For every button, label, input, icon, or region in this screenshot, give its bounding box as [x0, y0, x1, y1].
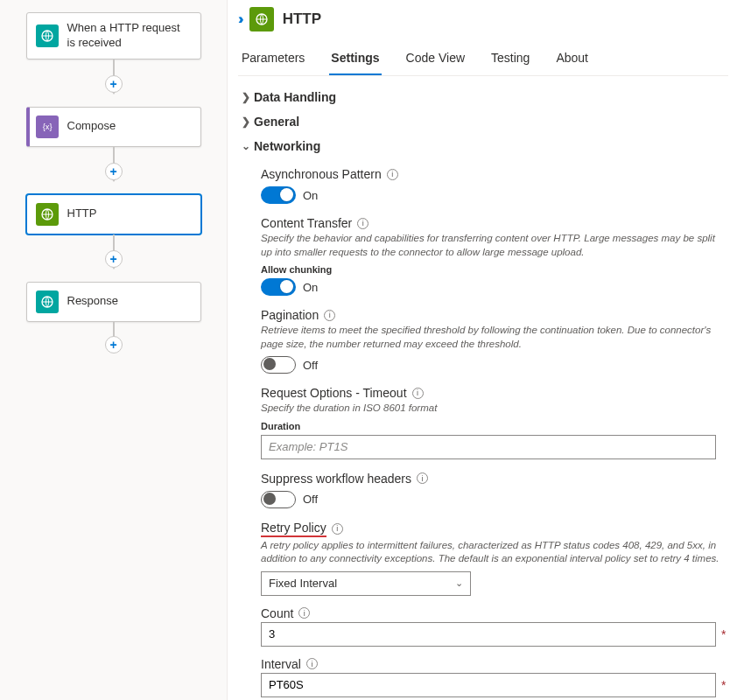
- setting-description: Retrieve items to meet the specified thr…: [261, 324, 728, 351]
- required-indicator: *: [721, 678, 726, 692]
- pagination-toggle[interactable]: [261, 356, 296, 374]
- add-step-button[interactable]: +: [105, 336, 123, 354]
- retry-count-input[interactable]: [261, 622, 716, 647]
- info-icon[interactable]: i: [324, 310, 335, 321]
- setting-title-text: Suppress workflow headers: [261, 472, 411, 486]
- chevron-right-icon: ❯: [238, 91, 254, 103]
- section-general[interactable]: ❯ General: [238, 109, 728, 134]
- panel-title: HTTP: [283, 10, 321, 28]
- duration-input[interactable]: [261, 435, 716, 459]
- setting-async-pattern: Asynchronous Pattern i On: [261, 167, 728, 204]
- info-icon[interactable]: i: [298, 607, 310, 619]
- tab-settings[interactable]: Settings: [329, 44, 381, 75]
- setting-title-text: Asynchronous Pattern: [261, 167, 382, 181]
- add-step-button[interactable]: +: [105, 250, 123, 268]
- tab-testing[interactable]: Testing: [489, 44, 531, 75]
- section-label: Data Handling: [254, 90, 336, 104]
- info-icon[interactable]: i: [417, 472, 428, 484]
- info-icon[interactable]: i: [332, 523, 343, 535]
- setting-request-timeout: Request Options - Timeout i Specify the …: [261, 386, 728, 459]
- tab-code-view[interactable]: Code View: [404, 44, 467, 75]
- node-trigger-http-request[interactable]: When a HTTP request is received: [26, 12, 201, 60]
- setting-pagination: Pagination i Retrieve items to meet the …: [261, 308, 728, 374]
- setting-description: A retry policy applies to intermittent f…: [261, 539, 728, 566]
- section-data-handling[interactable]: ❯ Data Handling: [238, 85, 728, 109]
- info-icon[interactable]: i: [387, 169, 398, 180]
- select-value: Fixed Interval: [269, 577, 337, 590]
- globe-icon: [36, 290, 59, 313]
- setting-suppress-headers: Suppress workflow headers i Off: [261, 472, 728, 508]
- section-label: General: [254, 115, 299, 129]
- panel-tabs: Parameters Settings Code View Testing Ab…: [238, 44, 728, 76]
- globe-icon: [36, 203, 59, 226]
- tab-about[interactable]: About: [554, 44, 590, 75]
- chevron-down-icon: ⌄: [238, 140, 254, 152]
- section-label: Networking: [254, 139, 320, 153]
- duration-label: Duration: [261, 421, 728, 431]
- count-label: Count: [261, 606, 293, 620]
- globe-icon: [36, 24, 59, 47]
- node-http[interactable]: HTTP: [26, 194, 201, 234]
- setting-title-text: Pagination: [261, 308, 319, 322]
- interval-label: Interval: [261, 657, 301, 671]
- toggle-state-label: Off: [303, 359, 318, 372]
- info-icon[interactable]: i: [412, 388, 424, 399]
- info-icon[interactable]: i: [357, 218, 368, 229]
- collapse-panel-icon[interactable]: ››: [238, 11, 241, 27]
- info-icon[interactable]: i: [306, 658, 318, 669]
- chevron-down-icon: ⌄: [455, 578, 463, 589]
- action-settings-panel: ›› HTTP Parameters Settings Code View Te…: [228, 0, 744, 700]
- section-networking[interactable]: ⌄ Networking: [238, 134, 728, 158]
- setting-title-text: Content Transfer: [261, 216, 352, 230]
- add-step-button[interactable]: +: [105, 163, 123, 180]
- node-label: HTTP: [67, 206, 97, 221]
- node-response[interactable]: Response: [26, 282, 201, 322]
- setting-retry-policy: Retry Policy i A retry policy applies to…: [261, 521, 728, 697]
- toggle-state-label: On: [303, 281, 318, 294]
- setting-description: Specify the behavior and capabilities fo…: [261, 232, 728, 259]
- allow-chunking-label: Allow chunking: [261, 264, 728, 275]
- node-compose[interactable]: {x} Compose: [26, 107, 201, 147]
- add-step-button[interactable]: +: [105, 75, 123, 93]
- toggle-state-label: Off: [303, 493, 318, 506]
- retry-policy-select[interactable]: Fixed Interval ⌄: [261, 571, 471, 596]
- svg-text:{x}: {x}: [42, 122, 52, 131]
- setting-title-text: Request Options - Timeout: [261, 386, 407, 400]
- tab-parameters[interactable]: Parameters: [240, 44, 306, 75]
- globe-icon: [249, 7, 274, 32]
- node-label: Response: [67, 294, 119, 309]
- suppress-headers-toggle[interactable]: [261, 491, 296, 508]
- setting-title-text: Retry Policy: [261, 521, 326, 537]
- toggle-state-label: On: [303, 189, 318, 202]
- node-label: When a HTTP request is received: [67, 21, 192, 51]
- setting-content-transfer: Content Transfer i Specify the behavior …: [261, 216, 728, 296]
- node-label: Compose: [67, 119, 116, 134]
- setting-description: Specify the duration in ISO 8601 format: [261, 402, 728, 416]
- chevron-right-icon: ❯: [238, 116, 254, 128]
- allow-chunking-toggle[interactable]: [261, 278, 296, 296]
- workflow-canvas: When a HTTP request is received + {x} Co…: [0, 0, 228, 700]
- required-indicator: *: [721, 627, 726, 641]
- braces-icon: {x}: [36, 116, 59, 138]
- retry-interval-input[interactable]: [261, 673, 716, 697]
- async-pattern-toggle[interactable]: [261, 186, 296, 204]
